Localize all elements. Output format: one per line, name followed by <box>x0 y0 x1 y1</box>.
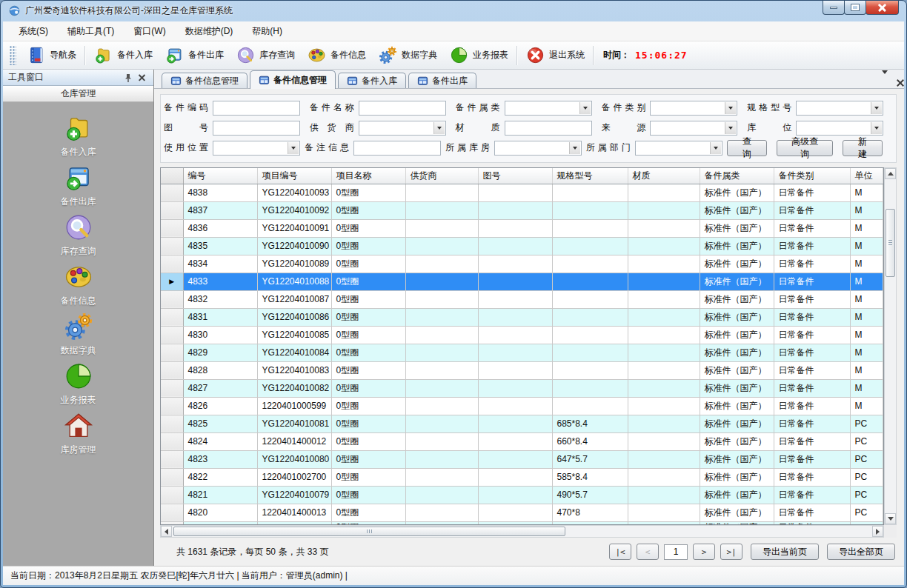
dropdown-button[interactable] <box>710 142 721 154</box>
dropdown-button[interactable] <box>725 122 736 134</box>
scroll-left-button[interactable] <box>161 526 172 537</box>
scroll-thumb[interactable] <box>886 209 895 277</box>
column-header-id[interactable]: 编号 <box>183 168 257 184</box>
menu-help[interactable]: 帮助(H) <box>242 22 292 41</box>
source-select[interactable] <box>650 121 737 136</box>
sidebar-item-spare-out[interactable]: 备件出库 <box>30 162 127 212</box>
table-row[interactable]: 482012204014000130型圈470*8标准件（国产）日常备件PC <box>161 504 883 521</box>
report-button[interactable]: 业务报表 <box>443 43 514 67</box>
spare-code-input[interactable] <box>213 101 300 116</box>
query-button[interactable]: 查询 <box>727 140 767 156</box>
dropdown-button[interactable] <box>871 102 882 114</box>
row-indicator[interactable] <box>161 308 183 326</box>
sidebar-item-stock-query[interactable]: 库存查询 <box>30 212 127 261</box>
menu-system[interactable]: 系统(S) <box>9 22 58 41</box>
row-indicator[interactable] <box>161 415 183 432</box>
table-row[interactable]: 4831YG122040100860型圈标准件（国产）日常备件M <box>161 308 883 326</box>
table-row[interactable]: 4838YG122040100930型圈标准件（国产）日常备件M <box>161 184 883 201</box>
scroll-thumb[interactable] <box>173 527 565 536</box>
toolbar-grip-handle[interactable] <box>10 46 16 65</box>
dropdown-button[interactable] <box>871 122 882 134</box>
location-select[interactable] <box>796 121 883 136</box>
scroll-up-button[interactable] <box>885 168 896 179</box>
scroll-track[interactable] <box>885 179 896 513</box>
row-indicator[interactable] <box>161 255 183 273</box>
row-indicator[interactable] <box>161 201 183 219</box>
scroll-right-button[interactable] <box>872 526 883 537</box>
table-row[interactable]: 4828YG122040100830型圈标准件（国产）日常备件M <box>161 361 883 379</box>
first-page-button[interactable]: |< <box>609 544 631 560</box>
tab-spare-in[interactable]: 备件入库 <box>338 73 406 88</box>
row-indicator[interactable] <box>161 344 183 361</box>
warehouse-select[interactable] <box>494 141 582 156</box>
tab-spare-out[interactable]: 备件出库 <box>408 73 476 88</box>
minimize-button[interactable] <box>823 1 845 15</box>
spare-type-select[interactable] <box>650 101 737 116</box>
tab-spare-info-mgmt-2[interactable]: 备件信息管理 <box>250 70 336 89</box>
exit-button[interactable]: 退出系统 <box>519 43 591 67</box>
remark-input[interactable] <box>353 141 441 156</box>
spare-out-button[interactable]: 备件出库 <box>159 43 230 67</box>
table-row[interactable]: 4821YG122040100790型圈490*5.7标准件（国产）日常备件PC <box>161 486 883 504</box>
sidebar-item-spare-in[interactable]: 备件入库 <box>30 113 127 162</box>
sidebar-close-button[interactable] <box>135 72 148 84</box>
row-indicator[interactable] <box>161 219 183 237</box>
table-row[interactable]: 482412204014000120型圈660*8.4标准件（国产）日常备件PC <box>161 432 883 450</box>
spec-model-select[interactable] <box>796 101 883 116</box>
row-indicator[interactable] <box>161 361 183 379</box>
column-header-material[interactable]: 材质 <box>628 168 700 184</box>
export-all-pages-button[interactable]: 导出全部页 <box>827 544 895 560</box>
sidebar-item-warehouse-mgmt[interactable]: 库房管理 <box>30 410 127 460</box>
close-button[interactable] <box>866 1 899 15</box>
dropdown-button[interactable] <box>288 142 299 154</box>
table-row[interactable]: 4829YG122040100840型圈标准件（国产）日常备件M <box>161 344 883 361</box>
sidebar-item-data-dict[interactable]: 数据字典 <box>30 311 127 361</box>
table-row[interactable]: 4834YG122040100890型圈标准件（国产）日常备件M <box>161 255 883 273</box>
advanced-query-button[interactable]: 高级查询 <box>777 140 833 156</box>
column-header-type[interactable]: 备件类别 <box>774 168 850 184</box>
spare-info-button[interactable]: 备件信息 <box>301 43 372 67</box>
column-header-category[interactable]: 备件属类 <box>700 168 774 184</box>
row-indicator[interactable] <box>161 397 183 415</box>
drawing-no-input[interactable] <box>213 121 300 136</box>
dropdown-button[interactable] <box>725 102 736 114</box>
table-row[interactable]: 4835YG122040100900型圈标准件（国产）日常备件M <box>161 237 883 255</box>
table-row[interactable]: 482612204010005990型圈标准件（国产）日常备件M <box>161 397 883 415</box>
spare-category-select[interactable] <box>505 101 592 116</box>
table-row[interactable]: 4823YG122040100800型圈647*5.7标准件（国产）日常备件PC <box>161 450 883 468</box>
row-indicator[interactable] <box>161 468 183 486</box>
column-header-supplier[interactable]: 供货商 <box>405 168 478 184</box>
stock-query-button[interactable]: 库存查询 <box>230 43 301 67</box>
row-indicator[interactable] <box>161 290 183 308</box>
table-row[interactable]: 4827YG122040100820型圈标准件（国产）日常备件M <box>161 379 883 397</box>
material-input[interactable] <box>505 121 592 136</box>
sidebar-group-header[interactable]: 仓库管理 <box>3 86 153 102</box>
maximize-button[interactable] <box>844 1 866 15</box>
table-row[interactable]: ▶4833YG122040100880型圈标准件（国产）日常备件M <box>161 273 883 290</box>
next-page-button[interactable]: > <box>693 544 715 560</box>
table-row[interactable]: 4836YG122040100910型圈标准件（国产）日常备件M <box>161 219 883 237</box>
tab-list-button[interactable] <box>882 74 888 84</box>
spare-name-input[interactable] <box>359 101 446 116</box>
tab-spare-info-mgmt-1[interactable]: 备件信息管理 <box>162 73 247 88</box>
row-indicator[interactable]: ▶ <box>161 273 183 290</box>
row-indicator[interactable] <box>161 379 183 397</box>
menu-window[interactable]: 窗口(W) <box>124 22 175 41</box>
prev-page-button[interactable]: < <box>637 544 659 560</box>
column-header-spec-model[interactable]: 规格型号 <box>552 168 628 184</box>
row-indicator[interactable] <box>161 326 183 344</box>
table-row[interactable]: 4830YG122040100850型圈标准件（国产）日常备件M <box>161 326 883 344</box>
column-header-project-name[interactable]: 项目名称 <box>331 168 405 184</box>
spare-in-button[interactable]: 备件入库 <box>87 43 159 67</box>
vertical-scrollbar[interactable] <box>884 167 897 525</box>
scroll-down-button[interactable] <box>885 513 896 524</box>
row-indicator[interactable] <box>161 237 183 255</box>
pin-button[interactable] <box>122 72 135 84</box>
dropdown-button[interactable] <box>579 102 591 114</box>
row-indicator[interactable] <box>161 486 183 504</box>
data-dict-button[interactable]: 数据字典 <box>372 43 443 67</box>
menu-tools[interactable]: 辅助工具(T) <box>58 22 124 41</box>
table-row[interactable]: 482212204010027000型圈585*8.4标准件（国产）日常备件PC <box>161 468 883 486</box>
new-button[interactable]: 新建 <box>843 140 883 156</box>
row-indicator[interactable] <box>161 450 183 468</box>
